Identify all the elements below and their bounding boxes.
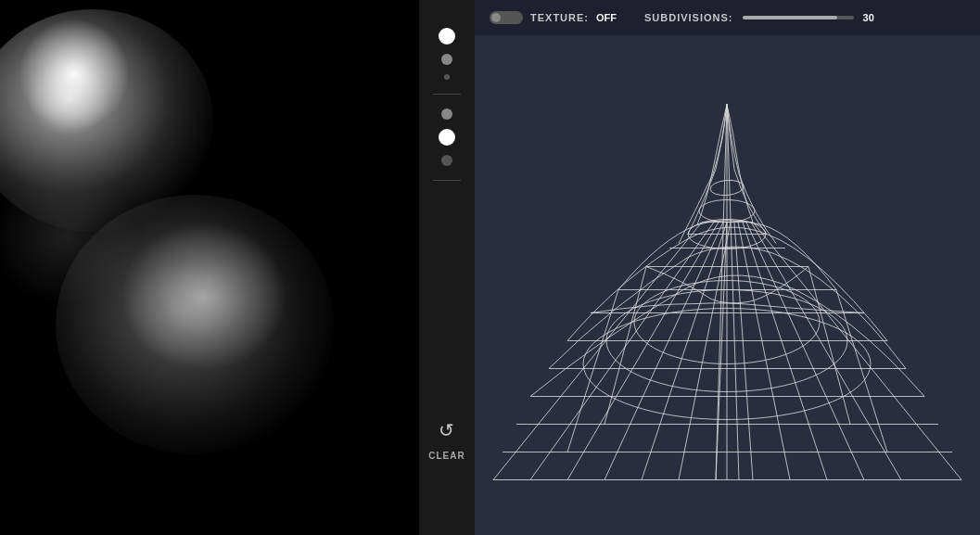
brush-highlight-bottom [121,223,287,371]
subdivisions-value: 30 [863,12,874,23]
3d-view-panel: TEXTURE: OFF SUBDIVISIONS: 30 [475,0,980,535]
wireframe-svg [475,35,980,535]
brush-highlight-top [19,19,130,130]
brush-type-2[interactable] [439,129,455,146]
wireframe-view[interactable] [475,35,980,535]
subdivisions-label: SUBDIVISIONS: [644,12,733,23]
brush-size-group [439,19,455,89]
brush-type-1[interactable] [441,108,452,120]
texture-toggle-group: TEXTURE: OFF [490,11,617,24]
slider-fill [743,16,837,19]
brush-stroke-bottom [56,195,334,454]
top-bar: TEXTURE: OFF SUBDIVISIONS: 30 [475,0,980,35]
clear-button[interactable]: CLEAR [428,451,465,461]
brush-size-small[interactable] [444,74,450,80]
brush-shadow [0,167,139,306]
brush-size-medium[interactable] [441,54,452,65]
undo-button[interactable]: ↺ [432,415,462,445]
subdivisions-slider[interactable] [743,16,854,19]
brush-type-3[interactable] [441,155,452,166]
brush-size-large[interactable] [439,28,455,45]
texture-value: OFF [596,12,617,23]
texture-label: TEXTURE: [530,12,589,23]
texture-toggle[interactable] [490,11,523,24]
toolbar: ↺ CLEAR [419,0,475,535]
drawing-canvas[interactable] [0,0,419,535]
toolbar-divider-1 [433,94,461,95]
subdivisions-group: SUBDIVISIONS: 30 [644,12,874,23]
brush-stroke-top [0,9,213,232]
toolbar-actions: ↺ CLEAR [428,415,465,461]
toolbar-divider-2 [433,180,461,181]
brush-type-group [439,99,455,175]
